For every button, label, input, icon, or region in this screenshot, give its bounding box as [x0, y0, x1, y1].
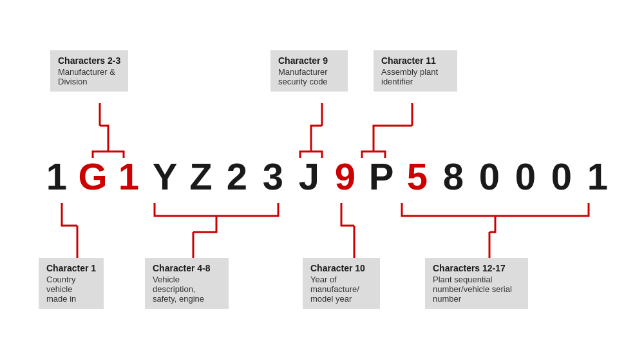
vin-char-P: P	[363, 155, 399, 198]
vin-char-1: 1	[39, 155, 75, 198]
label-chars-2-3-title: Characters 2-3	[58, 55, 120, 66]
label-char-11-desc: Assembly plantidentifier	[381, 67, 450, 86]
label-char-10-desc: Year ofmanufacture/model year	[310, 275, 372, 304]
label-char-9-title: Character 9	[278, 55, 340, 66]
vin-char-1c: 1	[580, 155, 616, 198]
label-char-10-title: Character 10	[310, 263, 372, 273]
vin-char-Y: Y	[147, 155, 183, 198]
vin-char-0a: 0	[471, 155, 507, 198]
label-chars-4-8-desc: Vehicledescription,safety, engine	[153, 275, 221, 304]
vin-char-5: 5	[399, 155, 435, 198]
main-container: Characters 2-3 Manufacturer &Division Ch…	[0, 0, 644, 361]
label-chars-12-17-title: Characters 12-17	[433, 263, 520, 273]
label-char-9: Character 9 Manufacturersecurity code	[270, 50, 348, 92]
label-char-11: Character 11 Assembly plantidentifier	[374, 50, 457, 92]
vin-char-J: J	[291, 155, 327, 198]
label-char-11-title: Character 11	[381, 55, 450, 66]
label-chars-2-3-desc: Manufacturer &Division	[58, 67, 120, 86]
diagram-wrapper: Characters 2-3 Manufacturer &Division Ch…	[26, 32, 631, 329]
label-chars-2-3: Characters 2-3 Manufacturer &Division	[50, 50, 128, 92]
vin-char-2: 2	[219, 155, 255, 198]
vin-char-0b: 0	[507, 155, 544, 198]
label-char-9-desc: Manufacturersecurity code	[278, 67, 340, 86]
label-chars-4-8: Character 4-8 Vehicledescription,safety,…	[145, 258, 229, 309]
label-char-1-desc: Countryvehiclemade in	[46, 275, 96, 304]
vin-row: 1 G 1 Y Z 2 3 J 9 P 5 8 0 0	[26, 155, 631, 198]
label-chars-12-17: Characters 12-17 Plant sequentialnumber/…	[425, 258, 528, 309]
bottom-labels-container: Character 1 Countryvehiclemade in Charac…	[26, 255, 631, 329]
vin-char-8: 8	[435, 155, 471, 198]
vin-char-0c: 0	[544, 155, 580, 198]
vin-char-3: 3	[255, 155, 291, 198]
label-char-1-title: Character 1	[46, 263, 96, 273]
label-chars-12-17-desc: Plant sequentialnumber/vehicle serialnum…	[433, 275, 520, 304]
label-char-10: Character 10 Year ofmanufacture/model ye…	[303, 258, 380, 309]
top-labels-container: Characters 2-3 Manufacturer &Division Ch…	[26, 39, 631, 110]
label-chars-4-8-title: Character 4-8	[153, 263, 221, 273]
vin-char-G: G	[75, 155, 111, 198]
label-char-1: Character 1 Countryvehiclemade in	[39, 258, 104, 309]
vin-char-Z: Z	[183, 155, 219, 198]
vin-char-1b: 1	[111, 155, 147, 198]
vin-char-9: 9	[327, 155, 363, 198]
